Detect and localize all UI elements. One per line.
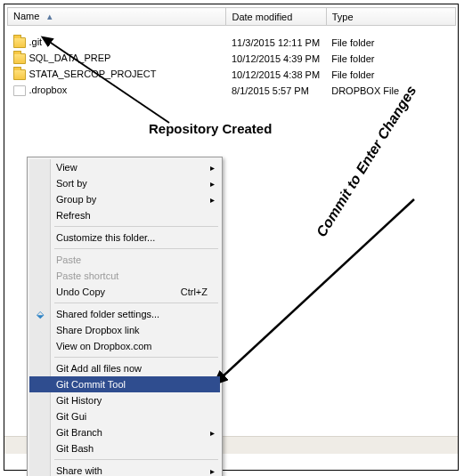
menu-item-label: Git History: [56, 395, 208, 406]
menu-item[interactable]: Share Dropbox link: [29, 322, 220, 338]
menu-item-label: Share Dropbox link: [56, 325, 208, 335]
annotation-repo-created: Repository Created: [149, 121, 272, 136]
column-header-name[interactable]: Name ▴: [8, 8, 226, 26]
menu-item-label: Paste: [56, 254, 208, 265]
menu-item-label: Share with: [56, 465, 208, 476]
file-date: 10/12/2015 4:38 PM: [226, 67, 326, 83]
column-header-label: Date modified: [232, 12, 292, 22]
menu-item-shortcut: Ctrl+Z: [181, 286, 208, 297]
file-name: .dropbox: [29, 85, 68, 95]
file-row[interactable]: STATA_SERCOP_PROJECT10/12/2015 4:38 PMFi…: [8, 67, 456, 83]
menu-item[interactable]: Undo CopyCtrl+Z: [29, 284, 220, 300]
menu-item[interactable]: Git Commit Tool: [29, 376, 220, 392]
menu-item[interactable]: Refresh: [29, 207, 220, 223]
menu-separator: [54, 248, 218, 249]
menu-item-label: Git Gui: [56, 411, 208, 422]
menu-item[interactable]: Sort by: [29, 175, 220, 191]
menu-item[interactable]: Git Bash: [29, 440, 220, 456]
menu-item[interactable]: Git Branch: [29, 424, 220, 440]
menu-item[interactable]: View on Dropbox.com: [29, 338, 220, 354]
menu-item-label: Group by: [56, 194, 208, 205]
menu-item[interactable]: ⬙Shared folder settings...: [29, 306, 220, 322]
folder-icon: [13, 53, 26, 64]
sort-asc-icon: ▴: [47, 11, 53, 21]
folder-icon: [13, 69, 26, 80]
menu-item-label: Shared folder settings...: [56, 309, 208, 319]
file-type: DROPBOX File: [326, 83, 455, 99]
menu-item-label: Refresh: [56, 210, 208, 221]
file-row[interactable]: .dropbox8/1/2015 5:57 PMDROPBOX File: [8, 83, 456, 99]
menu-item[interactable]: Git History: [29, 392, 220, 408]
column-header-date[interactable]: Date modified: [226, 8, 326, 26]
menu-separator: [54, 226, 218, 227]
file-name: .git: [29, 36, 43, 47]
dropbox-icon: ⬙: [34, 308, 46, 320]
file-name: STATA_SERCOP_PROJECT: [29, 69, 157, 79]
menu-separator: [54, 459, 218, 460]
file-date: 10/12/2015 4:39 PM: [226, 51, 326, 67]
menu-item-label: Git Commit Tool: [56, 379, 208, 390]
menu-item[interactable]: Group by: [29, 191, 220, 207]
menu-item[interactable]: Share with: [29, 463, 220, 476]
menu-item-label: Git Add all files now: [56, 363, 208, 374]
menu-item[interactable]: Git Gui: [29, 408, 220, 424]
column-header-label: Name: [13, 11, 39, 21]
menu-separator: [54, 303, 218, 303]
file-type: File folder: [326, 51, 455, 67]
menu-item-label: Undo Copy: [56, 286, 181, 297]
menu-item[interactable]: Git Add all files now: [29, 360, 220, 376]
menu-item-label: Customize this folder...: [56, 232, 208, 243]
menu-item-label: Sort by: [56, 178, 208, 189]
menu-item-label: View on Dropbox.com: [56, 341, 208, 351]
file-date: 11/3/2015 12:11 PM: [226, 35, 326, 51]
menu-item-label: View: [56, 162, 208, 173]
menu-item-label: Git Branch: [56, 427, 208, 438]
folder-icon: [13, 37, 26, 48]
menu-item[interactable]: View: [29, 159, 220, 175]
file-name: SQL_DATA_PREP: [29, 52, 111, 63]
column-header-label: Type: [332, 12, 354, 22]
column-header-type[interactable]: Type: [326, 8, 455, 26]
file-date: 8/1/2015 5:57 PM: [226, 83, 326, 99]
file-row[interactable]: .git11/3/2015 12:11 PMFile folder: [8, 35, 456, 51]
menu-item[interactable]: Customize this folder...: [29, 230, 220, 246]
file-type: File folder: [326, 67, 455, 83]
file-icon: [13, 85, 26, 96]
menu-separator: [54, 357, 218, 358]
context-menu: ViewSort byGroup byRefreshCustomize this…: [27, 157, 223, 476]
file-type: File folder: [326, 35, 455, 51]
menu-item: Paste: [29, 252, 220, 268]
menu-item-label: Git Bash: [56, 443, 208, 454]
menu-item: Paste shortcut: [29, 268, 220, 284]
file-list-table: Name ▴ Date modified Type .git11/3/2015 …: [7, 7, 456, 99]
file-row[interactable]: SQL_DATA_PREP10/12/2015 4:39 PMFile fold…: [8, 51, 456, 67]
menu-item-label: Paste shortcut: [56, 270, 208, 281]
